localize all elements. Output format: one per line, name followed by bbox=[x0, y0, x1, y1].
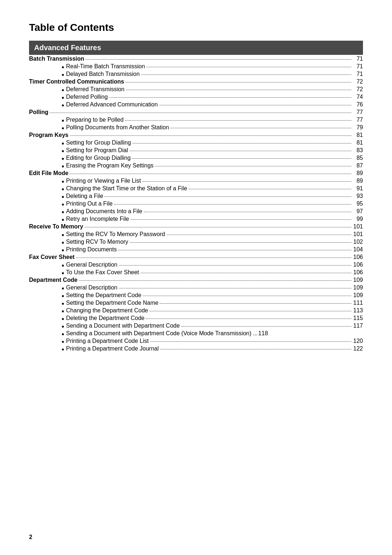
bullet-icon: ■ bbox=[62, 264, 64, 267]
entry-dots bbox=[159, 105, 351, 105]
sub-entry-label: ■Sending a Document with Department Code… bbox=[62, 330, 258, 337]
bullet-icon: ■ bbox=[62, 165, 64, 168]
entry-dots bbox=[76, 258, 351, 258]
sub-entry-text: Real-Time Batch Transmission bbox=[66, 63, 145, 70]
toc-sub-entry: ■Deleting a File93 bbox=[29, 192, 363, 200]
sub-entry-text: Preparing to be Polled bbox=[66, 117, 123, 123]
entry-dots bbox=[146, 67, 351, 67]
entry-page: 106 bbox=[353, 262, 363, 268]
toc-sub-entry: ■Deleting the Department Code115 bbox=[29, 314, 363, 322]
entry-page: 74 bbox=[353, 94, 363, 100]
toc-sub-entry: ■Deferred Transmission72 bbox=[29, 85, 363, 93]
entry-label: Program Keys bbox=[29, 132, 69, 138]
entry-dots bbox=[160, 349, 351, 349]
entry-dots bbox=[132, 158, 351, 159]
sub-entry-label: ■Adding Documents Into a File bbox=[62, 208, 142, 215]
bullet-icon: ■ bbox=[62, 149, 64, 153]
sub-entry-text: Setting the Department Code bbox=[66, 292, 141, 299]
entry-dots bbox=[79, 280, 351, 281]
sub-entry-label: ■Setting RCV To Memory bbox=[62, 239, 128, 245]
entry-dots bbox=[126, 90, 351, 90]
toc-group-department-code: Department Code109■General Description10… bbox=[29, 276, 363, 352]
sub-entry-label: ■Printing or Viewing a File List bbox=[62, 178, 141, 184]
toc-sub-entry: ■Printing Out a File95 bbox=[29, 200, 363, 207]
toc-sub-entry: ■Editing for Group Dialling85 bbox=[29, 154, 363, 162]
entry-label: Receive To Memory bbox=[29, 223, 83, 230]
sub-entry-label: ■Printing a Department Code Journal bbox=[62, 345, 159, 352]
toc-main-entry: Receive To Memory101 bbox=[29, 223, 363, 230]
entry-page: 93 bbox=[353, 193, 363, 199]
toc-main-entry: Polling77 bbox=[29, 108, 363, 116]
section-header: Advanced Features bbox=[29, 41, 363, 55]
sub-entry-text: Changing the Start Time or the Station o… bbox=[66, 185, 187, 192]
entry-dots bbox=[171, 128, 351, 128]
toc-sub-entry: ■Retry an Incomplete File99 bbox=[29, 215, 363, 223]
entry-page: 85 bbox=[353, 155, 363, 161]
bullet-icon: ■ bbox=[62, 119, 64, 122]
sub-entry-label: ■Setting the Department Code Name bbox=[62, 300, 158, 306]
toc-main-entry: Batch Transmission71 bbox=[29, 55, 363, 62]
bullet-icon: ■ bbox=[62, 65, 64, 69]
toc-sub-entry: ■Real-Time Batch Transmission71 bbox=[29, 62, 363, 70]
entry-page: 72 bbox=[353, 86, 363, 93]
entry-page: 109 bbox=[353, 284, 363, 291]
sub-entry-text: Changing the Department Code bbox=[66, 307, 148, 314]
toc-sub-entry: ■Delayed Batch Transmission71 bbox=[29, 70, 363, 78]
entry-dots bbox=[125, 120, 351, 121]
bullet-icon: ■ bbox=[62, 210, 64, 214]
entry-label: Polling bbox=[29, 109, 48, 116]
entry-page: 115 bbox=[353, 315, 363, 321]
sub-entry-label: ■Printing a Department Code List bbox=[62, 338, 149, 344]
entry-page: 117 bbox=[353, 323, 363, 329]
sub-entry-text: Retry an Incomplete File bbox=[66, 216, 129, 222]
bullet-icon: ■ bbox=[62, 248, 64, 252]
entry-page: 106 bbox=[353, 254, 363, 260]
sub-entry-text: Sending a Document with Department Code bbox=[66, 323, 180, 329]
toc-sub-entry: ■Polling Documents from Another Station7… bbox=[29, 123, 363, 131]
sub-entry-text: Setting for Program Dial bbox=[66, 147, 128, 154]
entry-page: 101 bbox=[353, 223, 363, 230]
entry-dots bbox=[86, 59, 351, 60]
bullet-icon: ■ bbox=[62, 332, 64, 336]
toc-sub-entry: ■To Use the Fax Cover Sheet106 bbox=[29, 268, 363, 276]
toc-main-entry: Timer Controlled Communications72 bbox=[29, 78, 363, 85]
sub-entry-label: ■Setting for Group Dialling bbox=[62, 139, 131, 146]
sub-entry-text: Printing a Department Code List bbox=[66, 338, 149, 344]
bullet-icon: ■ bbox=[62, 218, 64, 222]
bullet-icon: ■ bbox=[62, 73, 64, 77]
sub-entry-text: Printing Documents bbox=[66, 246, 117, 253]
entry-dots bbox=[146, 319, 351, 319]
sub-entry-label: ■Polling Documents from Another Station bbox=[62, 124, 169, 131]
entry-page: 102 bbox=[353, 239, 363, 245]
entry-page: 72 bbox=[353, 78, 363, 85]
toc-sub-entry: ■Adding Documents Into a File97 bbox=[29, 207, 363, 215]
entry-dots bbox=[118, 250, 351, 250]
toc-main-entry: Program Keys81 bbox=[29, 131, 363, 139]
toc-sub-entry: ■Changing the Start Time or the Station … bbox=[29, 185, 363, 192]
entry-dots bbox=[114, 204, 351, 204]
toc-sub-entry: ■Setting the RCV To Memory Password101 bbox=[29, 230, 363, 238]
sub-entry-label: ■Retry an Incomplete File bbox=[62, 216, 129, 222]
entry-label: Department Code bbox=[29, 277, 77, 283]
sub-entry-text: Deleting the Department Code bbox=[66, 315, 144, 321]
entry-page: 79 bbox=[353, 124, 363, 131]
entry-dots bbox=[130, 151, 351, 151]
toc-sub-entry: ■Printing Documents104 bbox=[29, 246, 363, 253]
entry-dots bbox=[119, 288, 351, 288]
entry-page: 109 bbox=[353, 292, 363, 299]
entry-dots bbox=[132, 143, 351, 143]
bullet-icon: ■ bbox=[62, 241, 64, 244]
sub-entry-text: General Description bbox=[66, 262, 117, 268]
entry-label: Fax Cover Sheet bbox=[29, 254, 74, 260]
sub-entry-text: Sending a Document with Department Code … bbox=[66, 330, 258, 337]
entry-dots bbox=[155, 166, 351, 166]
sub-entry-label: ■Real-Time Batch Transmission bbox=[62, 63, 145, 70]
sub-entry-label: ■Printing Out a File bbox=[62, 200, 113, 207]
sub-entry-text: Printing Out a File bbox=[66, 200, 113, 207]
entry-dots bbox=[126, 82, 351, 82]
bullet-icon: ■ bbox=[62, 302, 64, 305]
entry-page: 97 bbox=[353, 208, 363, 215]
entry-dots bbox=[150, 341, 351, 342]
entry-page: 87 bbox=[353, 162, 363, 169]
toc-sub-entry: ■Preparing to be Polled77 bbox=[29, 116, 363, 123]
